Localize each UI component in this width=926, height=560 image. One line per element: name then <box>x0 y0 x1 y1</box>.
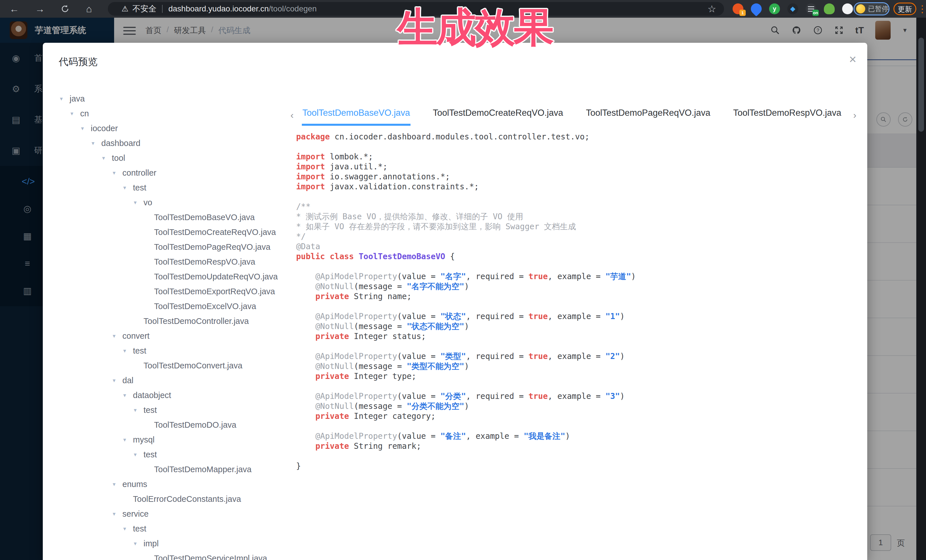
tree-node-folder[interactable]: ▾test <box>51 403 288 417</box>
code-line <box>296 341 861 351</box>
code-line: package cn.iocoder.dashboard.modules.too… <box>296 132 861 142</box>
tree-node-label: ToolErrorCodeConstants.java <box>133 494 241 504</box>
caret-down-icon[interactable]: ▾ <box>102 154 111 162</box>
profile-avatar-emoji <box>856 4 865 14</box>
water-drop-extension-icon[interactable] <box>749 1 764 17</box>
tree-node-folder[interactable]: ▾controller <box>51 165 288 180</box>
tree-node-folder[interactable]: ▾cn <box>51 106 288 121</box>
caret-down-icon[interactable]: ▾ <box>123 525 132 532</box>
tree-node-file[interactable]: ToolTestDemoExcelVO.java <box>51 299 288 314</box>
tab-file[interactable]: ToolTestDemoPageReqVO.java <box>586 103 711 124</box>
puzzle-extension-icon[interactable] <box>842 3 853 14</box>
tree-node-folder[interactable]: ▾convert <box>51 329 288 343</box>
tree-node-folder[interactable]: ▾test <box>51 447 288 462</box>
tree-node-folder[interactable]: ▾tool <box>51 151 288 165</box>
tree-node-folder[interactable]: ▾mysql <box>51 432 288 447</box>
tabs-scroll-right-icon[interactable]: › <box>853 110 856 121</box>
caret-down-icon[interactable]: ▾ <box>113 481 121 488</box>
plant-extension-icon[interactable] <box>824 3 835 14</box>
browser-home-icon[interactable]: ⌂ <box>82 2 96 15</box>
extension-badge: on <box>813 10 819 16</box>
tree-node-folder[interactable]: ▾dashboard <box>51 136 288 151</box>
tree-node-folder[interactable]: ▾iocoder <box>51 121 288 136</box>
tree-node-folder[interactable]: ▾dataobject <box>51 388 288 403</box>
tree-node-file[interactable]: ToolTestDemoPageReqVO.java <box>51 240 288 254</box>
file-tabs-bar: ‹ ToolTestDemoBaseVO.javaToolTestDemoCre… <box>285 103 859 127</box>
caret-down-icon[interactable]: ▾ <box>70 110 79 117</box>
code-preview-dialog: 代码预览 × ▾java▾cn▾iocoder▾dashboard▾tool▾c… <box>43 43 867 560</box>
tree-node-file[interactable]: ToolTestDemoController.java <box>51 314 288 329</box>
browser-menu-icon[interactable]: ⋮ <box>917 2 926 15</box>
tree-node-folder[interactable]: ▾test <box>51 343 288 358</box>
tree-node-label: controller <box>123 168 156 178</box>
browser-profile-chip[interactable]: 已暂停 <box>853 2 890 15</box>
tree-node-file[interactable]: ToolTestDemoConvert.java <box>51 358 288 373</box>
caret-down-icon[interactable]: ▾ <box>113 169 121 176</box>
tree-node-folder[interactable]: ▾java <box>51 91 288 106</box>
ubuntu-extension-icon[interactable]: 1 <box>732 3 743 14</box>
tree-node-folder[interactable]: ▾dal <box>51 373 288 388</box>
tab-file[interactable]: ToolTestDemoRespVO.java <box>732 103 842 124</box>
caret-down-icon[interactable]: ▾ <box>123 436 132 443</box>
caret-down-icon[interactable]: ▾ <box>123 392 132 398</box>
diamond-extension-icon[interactable]: ◆ <box>787 3 798 14</box>
browser-scrollbar[interactable] <box>916 18 926 560</box>
caret-down-icon[interactable]: ▾ <box>123 184 132 191</box>
green-y-extension-icon[interactable]: y <box>769 3 780 14</box>
tab-file[interactable]: ToolTestDemoCreateReqVO.java <box>432 103 564 124</box>
browser-update-button[interactable]: 更新 <box>893 3 916 15</box>
browser-forward-icon[interactable]: → <box>33 2 47 15</box>
tabs-scroll-left-icon[interactable]: ‹ <box>291 110 294 121</box>
tree-node-label: impl <box>144 539 159 548</box>
caret-down-icon[interactable]: ▾ <box>113 377 121 384</box>
browser-reload-icon[interactable] <box>58 2 72 15</box>
code-line: import java.util.*; <box>296 162 861 172</box>
file-tree: ▾java▾cn▾iocoder▾dashboard▾tool▾controll… <box>51 91 288 560</box>
browser-back-icon[interactable]: ← <box>8 2 21 15</box>
caret-down-icon[interactable]: ▾ <box>60 95 68 102</box>
code-line <box>296 192 861 202</box>
tree-node-folder[interactable]: ▾service <box>51 506 288 521</box>
caret-down-icon[interactable]: ▾ <box>134 451 142 458</box>
close-icon[interactable]: × <box>849 53 856 66</box>
tree-node-label: ToolTestDemoCreateReqVO.java <box>154 228 276 237</box>
caret-down-icon[interactable]: ▾ <box>81 125 89 132</box>
tree-node-label: test <box>144 406 157 415</box>
tree-node-folder[interactable]: ▾enums <box>51 477 288 492</box>
caret-down-icon[interactable]: ▾ <box>92 140 100 146</box>
tree-node-label: ToolTestDemoUpdateReqVO.java <box>154 272 278 281</box>
tree-node-folder[interactable]: ▾vo <box>51 195 288 210</box>
not-secure-label[interactable]: 不安全 <box>132 3 156 14</box>
tree-node-file[interactable]: ToolTestDemoExportReqVO.java <box>51 284 288 299</box>
caret-down-icon[interactable]: ▾ <box>134 199 142 206</box>
tree-node-label: dal <box>123 376 133 385</box>
caret-down-icon[interactable]: ▾ <box>113 510 121 517</box>
code-line: @NotNull(message = "类型不能为空") <box>296 361 861 371</box>
caret-down-icon[interactable]: ▾ <box>134 407 142 414</box>
caret-down-icon[interactable]: ▾ <box>134 540 142 547</box>
tree-node-file[interactable]: ToolErrorCodeConstants.java <box>51 492 288 506</box>
scrollbar-thumb[interactable] <box>918 38 924 132</box>
code-line: @Data <box>296 242 861 252</box>
code-line: import io.swagger.annotations.*; <box>296 172 861 182</box>
caret-down-icon[interactable]: ▾ <box>123 347 132 354</box>
list-on-extension-icon[interactable]: on <box>806 3 817 14</box>
tree-node-file[interactable]: ToolTestDemoMapper.java <box>51 462 288 477</box>
tree-node-folder[interactable]: ▾test <box>51 521 288 536</box>
code-view: package cn.iocoder.dashboard.modules.too… <box>296 132 861 559</box>
profile-paused-label: 已暂停 <box>868 4 889 14</box>
tree-node-label: test <box>133 524 146 533</box>
tree-node-folder[interactable]: ▾test <box>51 180 288 195</box>
tree-node-file[interactable]: ToolTestDemoBaseVO.java <box>51 210 288 225</box>
tree-node-label: java <box>70 94 85 104</box>
caret-down-icon[interactable]: ▾ <box>113 332 121 339</box>
code-line: @ApiModelProperty(value = "分类", required… <box>296 391 861 401</box>
tree-node-file[interactable]: ToolTestDemoDO.java <box>51 417 288 432</box>
tree-node-file[interactable]: ToolTestDemoServiceImpl.java <box>51 551 288 560</box>
tree-node-file[interactable]: ToolTestDemoCreateReqVO.java <box>51 225 288 240</box>
bookmark-star-icon[interactable]: ☆ <box>708 3 716 15</box>
tree-node-file[interactable]: ToolTestDemoRespVO.java <box>51 254 288 269</box>
tab-file[interactable]: ToolTestDemoBaseVO.java <box>302 103 410 126</box>
tree-node-folder[interactable]: ▾impl <box>51 536 288 551</box>
tree-node-file[interactable]: ToolTestDemoUpdateReqVO.java <box>51 269 288 284</box>
